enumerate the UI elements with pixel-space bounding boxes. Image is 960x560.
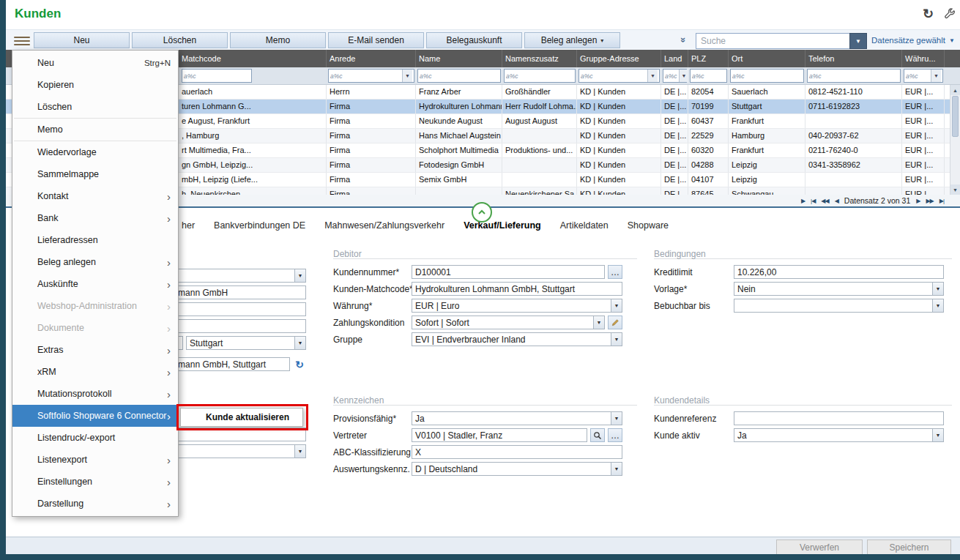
submenu-item-kunde-aktualisieren[interactable]: Kunde aktualisieren <box>180 408 303 427</box>
menu-item-listendruck-export[interactable]: Listendruck/-export <box>12 427 178 449</box>
filter-box-gruppe-adresse[interactable]: a%c▼ <box>578 69 660 83</box>
input-kundennummer[interactable] <box>412 265 605 279</box>
scroll-up-icon[interactable]: ▲ <box>950 85 960 95</box>
next-record-icon[interactable]: ▶ <box>916 198 920 204</box>
filter-input-telefon[interactable] <box>823 70 898 81</box>
tab-mahnwesen-zahlungsverkehr[interactable]: Mahnwesen/Zahlungsverkehr <box>324 220 444 231</box>
filter-box-telefon[interactable]: a%c <box>807 69 901 83</box>
menu-item-listenexport[interactable]: Listenexport› <box>12 449 178 471</box>
next-page-icon[interactable]: ▶▶ <box>926 198 933 204</box>
filter-input-namenszusatz[interactable] <box>520 70 573 81</box>
toolbar-overflow-icon[interactable]: » <box>678 37 689 42</box>
scroll-down-icon[interactable]: ▼ <box>950 184 960 195</box>
menu-item-mutationsprotokoll[interactable]: Mutationsprotokoll› <box>12 383 178 405</box>
prev-record-icon[interactable]: ◀ <box>835 198 838 204</box>
chevron-down-icon[interactable]: ▼ <box>611 463 622 475</box>
menu-item-beleg-anlegen[interactable]: Beleg anlegen› <box>12 251 178 273</box>
filter-operator-icon[interactable]: a%c <box>809 72 822 80</box>
filter-dropdown-button[interactable]: ▼ <box>849 33 867 49</box>
chevron-down-icon[interactable]: ▼ <box>593 316 604 329</box>
column-header-währu[interactable]: Währu... <box>902 50 945 67</box>
chevron-down-icon[interactable]: ▼ <box>931 70 941 82</box>
menu-item-dokumente[interactable]: Dokumente› <box>12 317 178 339</box>
chevron-down-icon[interactable]: ▼ <box>294 445 305 458</box>
tab-verkauf-lieferung[interactable]: Verkauf/Lieferung <box>464 220 541 231</box>
filter-operator-icon[interactable]: a%c <box>906 72 918 80</box>
menu-item-neu[interactable]: NeuStrg+N <box>12 52 178 74</box>
select-kunde-aktiv[interactable]: Ja▼ <box>734 428 944 442</box>
column-header-ort[interactable]: Ort <box>729 50 805 67</box>
filter-box-land[interactable]: a%c▼ <box>663 69 687 83</box>
menu-item-extras[interactable]: Extras› <box>12 339 178 361</box>
column-header-telefon[interactable]: Telefon <box>805 50 902 67</box>
filter-box-ort[interactable]: a%c <box>730 69 804 83</box>
toolbar-button-e-mail-senden[interactable]: E-Mail senden <box>328 32 424 48</box>
toolbar-button-memo[interactable]: Memo <box>230 32 326 48</box>
menu-item-wiedervorlage[interactable]: Wiedervorlage <box>12 141 178 163</box>
filter-box-namenszusatz[interactable]: a%c <box>504 69 576 83</box>
input-kreditlimit[interactable] <box>734 265 944 279</box>
filter-operator-icon[interactable]: a%c <box>506 72 518 80</box>
filter-input-name[interactable] <box>434 70 499 81</box>
filter-operator-icon[interactable]: a%c <box>665 72 677 80</box>
hamburger-menu-icon[interactable] <box>14 34 30 46</box>
menu-item-kopieren[interactable]: Kopieren <box>12 74 178 96</box>
select-bebuchbar-bis[interactable]: ▼ <box>734 299 944 313</box>
last-record-icon[interactable]: ▶| <box>939 198 944 204</box>
column-header-land[interactable]: Land <box>661 50 688 67</box>
column-header-name[interactable]: Name <box>416 50 502 67</box>
filter-operator-icon[interactable]: a%c <box>732 72 745 80</box>
tab-artikeldaten[interactable]: Artikeldaten <box>560 220 609 231</box>
vertical-scrollbar[interactable]: ▲ ▼ <box>950 85 960 195</box>
chevron-down-icon[interactable]: ▼ <box>294 337 305 349</box>
chevron-down-icon[interactable]: ▼ <box>679 70 689 82</box>
toolbar-button-beleg-anlegen[interactable]: Beleg anlegen▾ <box>524 32 620 48</box>
discard-button[interactable]: Verwerfen <box>776 540 863 556</box>
filter-operator-icon[interactable]: a%c <box>581 72 593 80</box>
toolbar-button-löschen[interactable]: Löschen <box>132 32 228 48</box>
save-button[interactable]: Speichern <box>867 540 951 556</box>
column-header-gruppe-adresse[interactable]: Gruppe-Adresse <box>577 50 661 67</box>
menu-item-memo[interactable]: Memo <box>12 119 178 141</box>
select-vorlage[interactable]: Nein▼ <box>734 282 944 296</box>
chevron-down-icon[interactable]: ▼ <box>932 299 943 312</box>
filter-operator-icon[interactable]: a%c <box>420 72 432 80</box>
city-select[interactable]: Stuttgart ▼ <box>186 336 306 350</box>
toolbar-button-belegauskunft[interactable]: Belegauskunft <box>426 32 522 48</box>
filter-operator-icon[interactable]: a%c <box>330 72 343 80</box>
tab-shopware[interactable]: Shopware <box>628 220 669 231</box>
menu-item-einstellungen[interactable]: Einstellungen› <box>12 471 178 493</box>
filter-operator-icon[interactable]: a%c <box>692 72 704 80</box>
filter-input-währu[interactable] <box>920 70 931 81</box>
ellipsis-button[interactable]: … <box>608 428 622 442</box>
search-input[interactable] <box>696 33 851 49</box>
filter-box-plz[interactable]: a%c <box>690 69 727 83</box>
input-vertreter[interactable] <box>412 428 587 442</box>
filter-box-name[interactable]: a%c <box>417 69 501 83</box>
current-record-icon[interactable]: ▶ <box>801 198 805 204</box>
menu-item-bank[interactable]: Bank› <box>12 207 178 229</box>
collapse-grid-button[interactable] <box>472 202 492 223</box>
wrench-icon[interactable] <box>944 8 956 20</box>
chevron-down-icon[interactable]: ▼ <box>932 283 943 295</box>
filter-input-gruppe-adresse[interactable] <box>595 70 648 81</box>
filter-input-plz[interactable] <box>706 70 725 81</box>
chevron-down-icon[interactable]: ▼ <box>611 333 622 346</box>
filter-input-matchcode[interactable] <box>198 70 250 81</box>
prev-page-icon[interactable]: ◀◀ <box>821 198 828 204</box>
select-gruppe[interactable]: EVI | Endverbraucher Inland▼ <box>412 332 622 346</box>
scrollbar-thumb[interactable] <box>952 96 959 137</box>
chevron-down-icon[interactable]: ▼ <box>611 412 622 425</box>
chevron-down-icon[interactable]: ▼ <box>932 429 943 441</box>
filter-operator-icon[interactable]: a%c <box>184 72 196 80</box>
filter-box-matchcode[interactable]: a%c <box>182 69 252 83</box>
column-header-plz[interactable]: PLZ <box>688 50 729 67</box>
column-header-namenszusatz[interactable]: Namenszusatz <box>502 50 577 67</box>
select-auswertungskennz[interactable]: D | Deutschland▼ <box>412 462 622 476</box>
menu-item-auskünfte[interactable]: Auskünfte› <box>12 273 178 295</box>
first-record-icon[interactable]: |◀ <box>811 198 815 204</box>
records-selected-button[interactable]: Datensätze gewählt ▼ <box>871 36 955 45</box>
input-kunden-matchcode[interactable] <box>412 282 622 296</box>
input-abc-klassifizierung[interactable] <box>412 445 622 459</box>
filter-box-anrede[interactable]: a%c▼ <box>328 69 414 83</box>
